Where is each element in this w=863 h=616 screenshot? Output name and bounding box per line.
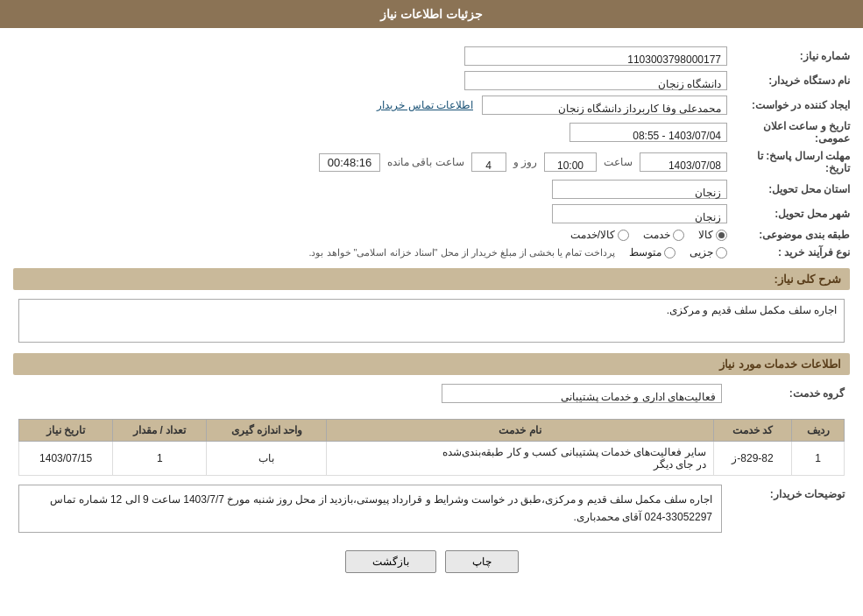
col-date: تاریخ نیاز [19,420,113,442]
cell-unit: باب [207,442,327,476]
purchase-type-jozyi-label: جزیی [690,246,713,258]
announce-datetime-label: تاریخ و ساعت اعلان عمومی: [727,120,850,145]
purchase-type-note: پرداخت تمام یا بخشی از مبلغ خریدار از مح… [308,247,615,258]
province-label: استان محل تحویل: [727,183,850,195]
category-label: طبقه بندی موضوعی: [727,229,850,241]
response-deadline-label: مهلت ارسال پاسخ: تا تاریخ: [727,150,850,174]
service-group-label: گروه خدمت: [722,387,845,400]
remaining-time-value: 00:48:16 [319,153,380,172]
buttons-row: چاپ بازگشت [13,550,850,573]
response-date-value: 1403/07/08 [640,152,727,172]
services-section-header: اطلاعات خدمات مورد نیاز [13,353,850,375]
description-label: شرح کلی نیاز: [774,273,841,286]
services-table: ردیف کد خدمت نام خدمت واحد اندازه گیری ت… [18,419,845,476]
buyer-org-label: نام دستگاه خریدار: [727,74,850,87]
cell-quantity: 1 [113,442,207,476]
page-header: جزئیات اطلاعات نیاز [0,0,863,28]
category-kala-label: کالا [698,229,713,241]
need-number-label: شماره نیاز: [727,50,850,62]
col-service-code: کد خدمت [713,420,792,442]
purchase-type-label: نوع فرآیند خرید : [727,246,850,258]
buyer-notes-label: توضیحات خریدار: [722,485,845,500]
description-section-header: شرح کلی نیاز: [13,268,850,290]
need-number-value: 1103003798000177 [464,46,727,66]
cell-service-code: 829-82-ز [713,442,792,476]
buyer-org-value: دانشگاه زنجان [464,71,727,90]
purchase-type-radio-motavaset[interactable] [664,247,676,258]
contact-link[interactable]: اطلاعات تماس خریدار [377,99,473,111]
services-section-label: اطلاعات خدمات مورد نیاز [719,358,841,371]
description-value: اجاره سلف مکمل سلف قدیم و مرکزی. [18,299,845,343]
category-kala-khedmat-label: کالا/خدمت [570,229,615,241]
col-quantity: تعداد / مقدار [113,420,207,442]
category-option-kala-khedmat[interactable]: کالا/خدمت [570,229,629,241]
category-radio-kala[interactable] [716,230,727,241]
purchase-type-motavaset-label: متوسط [629,246,661,258]
print-button[interactable]: چاپ [445,550,519,573]
province-value: زنجان [552,180,727,199]
back-button[interactable]: بازگشت [345,550,436,573]
service-group-value: فعالیت‌های اداری و خدمات پشتیبانی [442,384,722,403]
col-row-num: ردیف [792,420,845,442]
category-radio-khedmat[interactable] [673,230,684,241]
category-khedmat-label: خدمت [643,229,670,241]
response-time-label: ساعت [604,156,633,168]
buyer-notes-value: اجاره سلف مکمل سلف قدیم و مرکزی،طبق در خ… [18,485,722,533]
category-option-khedmat[interactable]: خدمت [643,229,684,241]
purchase-type-option-jozyi[interactable]: جزیی [690,246,727,258]
cell-date: 1403/07/15 [19,442,113,476]
purchase-type-option-motavaset[interactable]: متوسط [629,246,676,258]
announce-datetime-value: 1403/07/04 - 08:55 [569,123,727,142]
remaining-label: ساعت باقی مانده [387,156,464,168]
city-value: زنجان [552,204,727,223]
response-days-label: روز و [513,156,537,168]
city-label: شهر محل تحویل: [727,208,850,220]
cell-service-name: سایر فعالیت‌های خدمات پشتیبانی کسب و کار… [327,442,713,476]
purchase-type-radio-jozyi[interactable] [716,247,727,258]
creator-label: ایجاد کننده در خواست: [727,99,850,111]
category-radio-kala-khedmat[interactable] [618,230,629,241]
col-service-name: نام خدمت [327,420,713,442]
response-days-value: 4 [471,152,506,172]
creator-value: محمدعلی وفا کاربرداز دانشگاه زنجان [482,96,727,115]
response-time-value: 10:00 [544,152,597,172]
page-title: جزئیات اطلاعات نیاز [380,7,483,21]
cell-row-num: 1 [792,442,845,476]
category-option-kala[interactable]: کالا [698,229,727,241]
table-row: 1 829-82-ز سایر فعالیت‌های خدمات پشتیبان… [19,442,845,476]
col-unit: واحد اندازه گیری [207,420,327,442]
